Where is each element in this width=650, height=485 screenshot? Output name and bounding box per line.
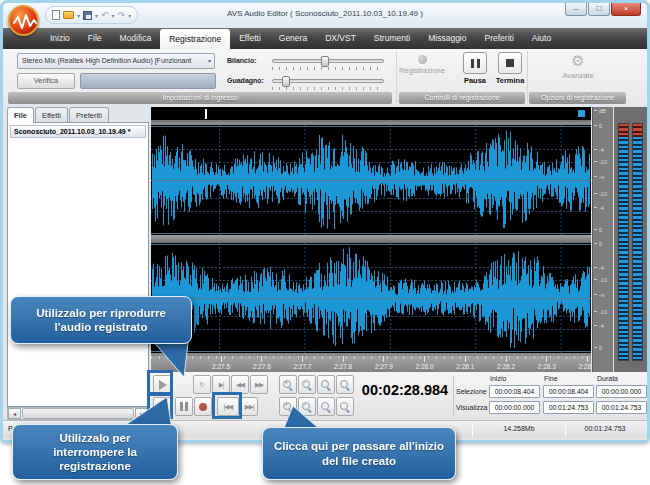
loop-playback-button[interactable]: ↻ — [193, 375, 211, 394]
menu-tab-inizio[interactable]: Inizio — [41, 28, 79, 49]
panel-tab-effetti[interactable]: Effetti — [35, 107, 68, 123]
zoom-selection-button[interactable]: + — [279, 397, 297, 416]
time-field[interactable]: 00:01:24.753 — [596, 401, 647, 414]
zoom-in-button[interactable]: + — [279, 375, 297, 394]
screenshot-stage: ▾ ▾ ↶ ▾ ↷ ▾ AVS Audio Editor ( Sconosciu… — [0, 0, 650, 485]
record-label: Registrazione — [399, 66, 445, 75]
overview-cursor[interactable] — [205, 109, 207, 119]
menu-tab-missaggio[interactable]: Missaggio — [419, 28, 475, 49]
verify-button[interactable]: Verifica — [17, 73, 75, 89]
callout-stop: Utilizzalo per interrompere la registraz… — [12, 424, 178, 480]
file-list-item[interactable]: Sconosciuto_2011.10.03_10.19.49 * — [10, 125, 146, 138]
pause-playback-icon — [180, 402, 188, 411]
input-device-select[interactable]: Stereo Mix (Realtek High Definition Audi… — [17, 53, 215, 69]
loop-icon: ↻ — [199, 381, 204, 389]
menu-tab-strumenti[interactable]: Strumenti — [365, 28, 419, 49]
file-list-hscrollbar[interactable]: ◂ ▸ — [7, 407, 149, 420]
time-field[interactable]: 00:00:08.404 — [543, 385, 594, 398]
maximize-button[interactable]: □ — [588, 3, 610, 16]
gain-label: Guadagno: — [227, 77, 264, 84]
bottom-separator — [453, 376, 454, 416]
app-window: ▾ ▾ ↶ ▾ ↷ ▾ AVS Audio Editor ( Sconosciu… — [0, 0, 650, 443]
zoom-vertical-out-button[interactable] — [336, 397, 354, 416]
gain-slider[interactable] — [272, 79, 384, 83]
zoom-vertical-in-button[interactable] — [336, 375, 354, 394]
channel-divider — [151, 235, 591, 243]
main-area: FileEffettiPreferiti Sconosciuto_2011.10… — [3, 104, 647, 440]
zoom-custom-button[interactable] — [317, 397, 335, 416]
stop-recording-button[interactable]: Termina — [493, 52, 527, 85]
pause-label: Pausa — [464, 76, 486, 85]
zoom-selection-icon: + — [283, 402, 293, 412]
go-to-end-button[interactable]: ▶▶| — [240, 397, 258, 416]
balance-slider[interactable] — [272, 59, 384, 63]
zoom-custom-icon — [321, 402, 331, 412]
db-tick-label: -4 — [599, 323, 604, 329]
waveform-channel-left[interactable] — [151, 125, 591, 235]
pause-recording-button[interactable]: Pausa — [458, 52, 492, 85]
time-field[interactable]: 00:01:24.753 — [543, 401, 594, 414]
panel-tab-preferiti[interactable]: Preferiti — [69, 107, 109, 123]
highlight-box-go-to-start — [212, 392, 242, 419]
zoom-reset-button[interactable] — [317, 375, 335, 394]
chevron-down-icon: ▾ — [208, 54, 211, 68]
fast-forward-icon: ▶▶ — [255, 381, 263, 389]
window-controls: – □ × — [564, 3, 641, 16]
record-button[interactable]: Registrazione — [388, 55, 456, 75]
minimize-button[interactable]: – — [565, 3, 587, 16]
zoom-out-button[interactable]: − — [298, 375, 316, 394]
rewind-icon: ◀◀ — [236, 381, 244, 389]
menu-bar: InizioFileModificaRegistrazioneEffettiGe… — [3, 28, 647, 49]
menu-tab-effetti[interactable]: Effetti — [230, 28, 270, 49]
timeline-tick: 2:28.1 — [456, 356, 474, 370]
overview-view-marker[interactable] — [578, 110, 585, 117]
db-tick-label: -4 — [599, 147, 604, 153]
waveform-overview-bar[interactable] — [151, 107, 591, 122]
advanced-options-button[interactable]: ⚙ Avanzate — [546, 53, 610, 80]
scroll-left-icon[interactable]: ◂ — [8, 408, 21, 419]
scrollbar-thumb[interactable] — [22, 408, 134, 419]
time-display: 00:02:28.984 — [355, 382, 455, 398]
record-icon — [418, 55, 427, 64]
timeline-tick: 2:27.8 — [334, 356, 352, 370]
waveform-channel-right[interactable] — [151, 243, 591, 353]
files-panel-tabs: FileEffettiPreferiti — [7, 107, 149, 123]
time-field[interactable]: 00:00:00.000 — [489, 401, 540, 414]
zoom-out-full-button[interactable]: − — [298, 397, 316, 416]
db-tick-label: -∞ — [599, 292, 605, 298]
time-field[interactable]: 00:00:08.404 — [489, 385, 540, 398]
balance-slider-handle[interactable] — [321, 56, 329, 67]
file-list[interactable]: Sconosciuto_2011.10.03_10.19.49 * — [7, 122, 149, 407]
menu-tab-aiuto[interactable]: Aiuto — [523, 28, 560, 49]
waveform-panel: 2:27.52:27.62:27.72:27.82:27.92:28.02:28… — [151, 107, 591, 375]
panel-tab-file[interactable]: File — [7, 107, 34, 123]
menu-tab-dxvst[interactable]: DX/VST — [316, 28, 365, 49]
db-tick-label: -∞ — [599, 174, 605, 180]
db-unit-label: dB — [599, 108, 606, 114]
input-device-value: Stereo Mix (Realtek High Definition Audi… — [22, 57, 191, 64]
status-file-size: 14.258Mb — [473, 425, 565, 432]
balance-slider-ticks — [272, 67, 384, 70]
callout-skip-start: Clicca qui per passare all'inizio del fi… — [262, 427, 456, 480]
app-logo-icon[interactable] — [8, 5, 39, 36]
window-title: AVS Audio Editor ( Sconosciuto_2011.10.0… — [3, 9, 647, 18]
highlight-box-stop — [147, 392, 173, 419]
time-field[interactable]: 00:00:00.000 — [596, 385, 647, 398]
menu-tab-genera[interactable]: Genera — [270, 28, 316, 49]
close-button[interactable]: × — [611, 3, 641, 16]
fast-forward-button[interactable]: ▶▶ — [250, 375, 268, 394]
menu-tab-preferiti[interactable]: Preferiti — [475, 28, 522, 49]
zoom-reset-icon — [321, 380, 331, 390]
menu-tab-registrazione[interactable]: Registrazione — [160, 29, 230, 49]
timeline-tick: 2:27.9 — [375, 356, 393, 370]
menu-tab-modifica[interactable]: Modifica — [111, 28, 161, 49]
menu-tab-file[interactable]: File — [79, 28, 111, 49]
pause-icon — [471, 59, 480, 68]
gain-slider-handle[interactable] — [282, 76, 290, 87]
level-meter-left — [618, 123, 629, 361]
record-transport-button[interactable] — [194, 397, 212, 416]
level-meter-right — [632, 123, 643, 361]
play-to-end-icon: ▶| — [219, 381, 224, 389]
db-tick-label: -10 — [599, 277, 607, 283]
pause-playback-button[interactable] — [175, 397, 193, 416]
